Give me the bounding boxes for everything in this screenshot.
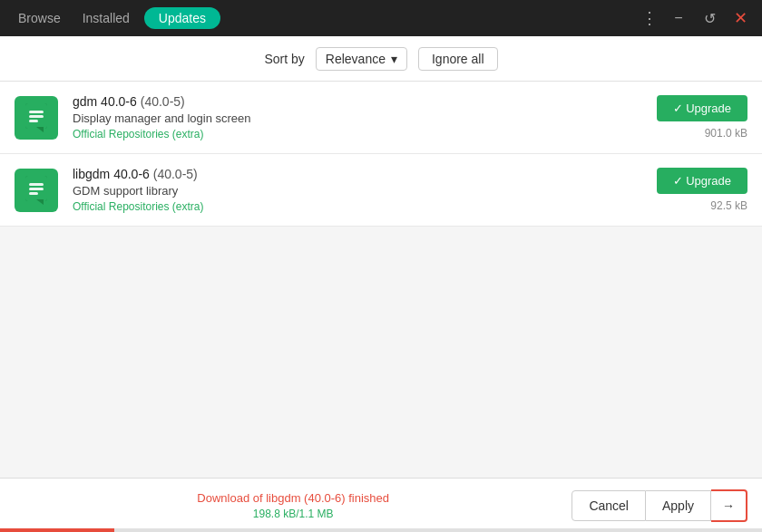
sort-select[interactable]: Relevance ▾	[316, 47, 407, 71]
sort-arrow-icon: ▾	[391, 52, 397, 66]
list-item: libgdm 40.0-6 (40.0-5) GDM support libra…	[0, 154, 762, 227]
package-info-gdm: gdm 40.0-6 (40.0-5) Display manager and …	[73, 94, 642, 140]
svg-rect-10	[29, 192, 38, 195]
package-old-version-libgdm: (40.0-5)	[153, 167, 198, 181]
package-icon-gdm	[15, 96, 58, 140]
next-arrow-icon: →	[722, 498, 735, 513]
package-source-libgdm: Official Repositories (extra)	[73, 200, 642, 213]
package-description-gdm: Display manager and login screen	[73, 111, 642, 125]
footer-buttons: Cancel Apply →	[572, 489, 747, 522]
close-button[interactable]: ✕	[729, 7, 751, 29]
svg-rect-2	[29, 111, 44, 113]
next-button[interactable]: →	[711, 489, 747, 522]
apply-button[interactable]: Apply	[646, 490, 711, 521]
footer-status: Download of libgdm (40.0-6) finished	[197, 491, 389, 505]
toolbar: Sort by Relevance ▾ Ignore all	[0, 36, 762, 82]
package-actions-gdm: ✓ Upgrade 901.0 kB	[657, 95, 747, 140]
package-old-version-gdm: (40.0-5)	[141, 94, 185, 109]
tab-browse[interactable]: Browse	[11, 7, 68, 29]
package-description-libgdm: GDM support library	[73, 184, 642, 198]
package-icon-libgdm	[15, 169, 58, 212]
package-size-libgdm: 92.5 kB	[710, 199, 747, 212]
footer-info: Download of libgdm (40.0-6) finished 198…	[15, 491, 572, 520]
sort-label: Sort by	[264, 52, 304, 66]
package-actions-libgdm: ✓ Upgrade 92.5 kB	[657, 168, 747, 212]
svg-rect-4	[29, 120, 38, 122]
ignore-all-button[interactable]: Ignore all	[418, 47, 498, 71]
menu-icon[interactable]: ⋮	[641, 8, 659, 28]
svg-marker-11	[36, 199, 44, 205]
svg-rect-9	[29, 188, 44, 190]
footer: Download of libgdm (40.0-6) finished 198…	[0, 478, 762, 532]
sort-value: Relevance	[326, 52, 386, 66]
refresh-button[interactable]: ↺	[698, 7, 720, 29]
package-list: gdm 40.0-6 (40.0-5) Display manager and …	[0, 82, 762, 478]
svg-marker-5	[36, 127, 44, 132]
tab-installed[interactable]: Installed	[75, 7, 137, 29]
list-item: gdm 40.0-6 (40.0-5) Display manager and …	[0, 82, 762, 154]
footer-progress-text: 198.8 kB/1.1 MB	[253, 508, 334, 520]
minimize-button[interactable]: −	[668, 7, 689, 29]
package-size-gdm: 901.0 kB	[705, 127, 747, 140]
upgrade-button-libgdm[interactable]: ✓ Upgrade	[657, 168, 747, 194]
package-source-gdm: Official Repositories (extra)	[73, 128, 642, 140]
svg-rect-8	[29, 183, 44, 186]
upgrade-button-gdm[interactable]: ✓ Upgrade	[657, 95, 747, 121]
cancel-button[interactable]: Cancel	[572, 490, 646, 521]
titlebar: Browse Installed Updates ⋮ − ↺ ✕	[0, 0, 762, 36]
titlebar-tabs: Browse Installed Updates	[11, 7, 220, 29]
tab-updates[interactable]: Updates	[144, 7, 220, 29]
progress-bar-container	[0, 528, 762, 532]
package-title-gdm: gdm 40.0-6 (40.0-5)	[73, 94, 642, 109]
titlebar-controls: ⋮ − ↺ ✕	[641, 7, 751, 29]
progress-bar-fill	[0, 528, 114, 532]
svg-rect-3	[29, 115, 44, 118]
package-info-libgdm: libgdm 40.0-6 (40.0-5) GDM support libra…	[73, 167, 642, 213]
package-title-libgdm: libgdm 40.0-6 (40.0-5)	[73, 167, 642, 181]
